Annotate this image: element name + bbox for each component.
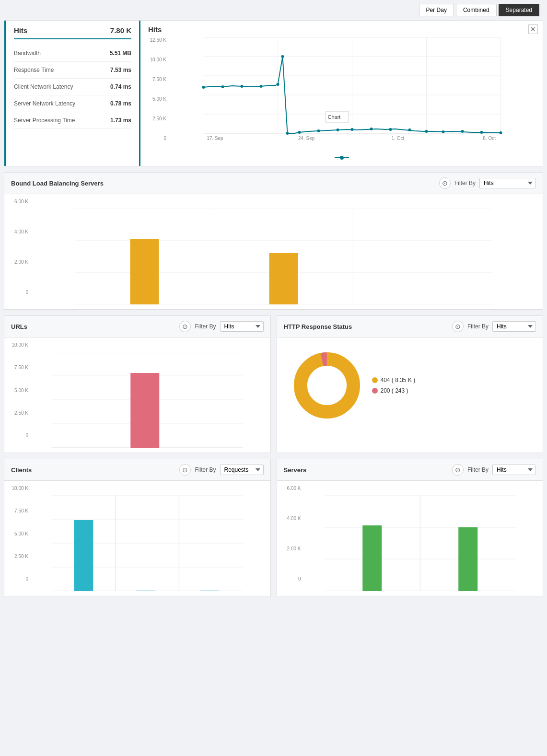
clients-header: Clients ⊙ Filter By Requests Hits Bandwi… [4, 459, 270, 481]
y-label-3: 7.50 K [148, 77, 166, 82]
urls-filter-select[interactable]: Hits Bandwidth [220, 321, 264, 332]
urls-y-4: 10.00 K [11, 342, 28, 348]
legend-item-hits [335, 157, 349, 158]
x-label-oct1: 1. Oct [352, 136, 444, 141]
line-legend [148, 154, 535, 161]
svg-point-20 [351, 128, 354, 131]
metric-row: Client Network Latency0.74 ms [14, 79, 131, 95]
clients-chart: 0 2.50 K 5.00 K 7.50 K 10.00 K [11, 486, 264, 591]
hits-chart-area: Hits ✕ 0 2.50 K 5.00 K 7.50 K 10.00 K 12… [140, 21, 543, 166]
urls-svg: --NA-- [31, 352, 264, 448]
clients-y-4: 10.00 K [11, 486, 28, 491]
donut-chart [293, 352, 361, 419]
y-label-2: 5.00 K [148, 96, 166, 102]
svg-point-26 [461, 130, 464, 133]
x-label-sep24: 24. Sep [261, 136, 352, 141]
urls-chart: 0 2.50 K 5.00 K 7.50 K 10.00 K [11, 342, 264, 448]
bound-lb-title: Bound Load Balancing Servers [11, 180, 104, 187]
servers-filter-select[interactable]: Hits Bandwidth [492, 465, 536, 475]
servers-chart: 0 2.00 K 4.00 K 6.00 K [284, 486, 536, 591]
clients-options-button[interactable]: ⊙ [179, 464, 191, 476]
bound-lb-options-button[interactable]: ⊙ [439, 177, 451, 189]
metric-value: 0.74 ms [110, 83, 131, 90]
svg-point-23 [408, 128, 411, 131]
metric-row: Server Processing Time1.73 ms [14, 112, 131, 129]
servers-body: 0 2.00 K 4.00 K 6.00 K [277, 481, 543, 596]
svg-point-25 [442, 130, 445, 133]
clients-filter-label: Filter By [195, 466, 216, 473]
http-controls: ⊙ Filter By Hits Bandwidth [452, 321, 536, 332]
clients-body: 0 2.50 K 5.00 K 7.50 K 10.00 K [4, 481, 270, 596]
svg-point-27 [480, 131, 483, 134]
close-button[interactable]: ✕ [528, 24, 538, 34]
svg-point-22 [389, 128, 392, 131]
combined-button[interactable]: Combined [456, 4, 497, 16]
y-label-4: 10.00 K [148, 57, 166, 62]
http-header: HTTP Response Status ⊙ Filter By Hits Ba… [277, 316, 543, 337]
urls-y-1: 2.50 K [11, 410, 28, 416]
urls-panel: URLs ⊙ Filter By Hits Bandwidth 0 2.50 K… [4, 315, 271, 453]
hits-sidebar: Hits 7.80 K Bandwidth5.51 MBResponse Tim… [6, 21, 140, 166]
hits-panel: Hits 7.80 K Bandwidth5.51 MBResponse Tim… [4, 20, 543, 166]
urls-filter-label: Filter By [195, 323, 216, 330]
metric-row: Bandwidth5.51 MB [14, 45, 131, 62]
bound-lb-svg: Lync_LB_Sec cs_to_lb CSTOLBTarget [31, 209, 536, 304]
metrics-list: Bandwidth5.51 MBResponse Time7.53 msClie… [14, 45, 131, 129]
metric-name: Server Network Latency [14, 100, 75, 107]
svg-rect-59 [74, 520, 93, 591]
svg-point-18 [317, 129, 320, 132]
urls-header: URLs ⊙ Filter By Hits Bandwidth [4, 316, 270, 337]
http-filter-label: Filter By [467, 323, 489, 330]
bound-y-3: 6.00 K [11, 199, 28, 204]
urls-y-2: 5.00 K [11, 388, 28, 393]
metric-value: 1.73 ms [110, 117, 131, 124]
bound-y-0: 0 [11, 290, 28, 295]
http-filter-select[interactable]: Hits Bandwidth [492, 321, 536, 332]
clients-y-0: 0 [11, 576, 28, 582]
bound-y-2: 4.00 K [11, 229, 28, 234]
svg-point-13 [260, 85, 263, 88]
bound-y-1: 2.00 K [11, 259, 28, 265]
metric-row: Response Time7.53 ms [14, 62, 131, 79]
hits-sidebar-title: Hits 7.80 K [14, 26, 131, 39]
metric-name: Bandwidth [14, 50, 41, 57]
servers-y-2: 4.00 K [284, 516, 301, 521]
main-content: Hits 7.80 K Bandwidth5.51 MBResponse Tim… [0, 20, 547, 606]
clients-filter-select[interactable]: Requests Hits Bandwidth [220, 465, 264, 475]
svg-point-12 [241, 85, 244, 88]
http-options-button[interactable]: ⊙ [452, 321, 464, 332]
bound-lb-controls: ⊙ Filter By Hits Bandwidth Response Time [439, 177, 536, 189]
urls-options-button[interactable]: ⊙ [179, 321, 191, 332]
svg-rect-71 [458, 527, 477, 591]
svg-point-10 [202, 86, 205, 89]
clients-servers-row: Clients ⊙ Filter By Requests Hits Bandwi… [4, 459, 543, 596]
legend-dot-404 [372, 377, 378, 383]
separated-button[interactable]: Separated [499, 4, 539, 16]
x-label-sep17: 17. Sep [169, 136, 261, 141]
bound-lb-header: Bound Load Balancing Servers ⊙ Filter By… [4, 173, 543, 194]
http-title: HTTP Response Status [284, 323, 352, 330]
donut-legend: 404 ( 8.35 K ) 200 ( 243 ) [372, 377, 416, 394]
servers-filter-label: Filter By [467, 466, 489, 473]
servers-controls: ⊙ Filter By Hits Bandwidth [452, 464, 536, 476]
svg-point-51 [307, 366, 347, 405]
bound-lb-body: 0 2.00 K 4.00 K 6.00 K [4, 194, 543, 309]
svg-rect-70 [362, 525, 382, 591]
per-day-button[interactable]: Per Day [419, 4, 454, 16]
hits-line-chart: Chart [169, 37, 535, 133]
http-response-panel: HTTP Response Status ⊙ Filter By Hits Ba… [277, 315, 544, 453]
svg-point-14 [277, 83, 279, 86]
svg-point-11 [221, 85, 224, 88]
svg-point-19 [337, 128, 339, 131]
bound-lb-filter-select[interactable]: Hits Bandwidth Response Time [479, 178, 536, 188]
svg-point-24 [425, 130, 428, 133]
metric-value: 7.53 ms [110, 67, 131, 73]
servers-options-button[interactable]: ⊙ [452, 464, 464, 476]
y-label-0: 0 [148, 136, 166, 141]
hits-label: Hits [14, 26, 27, 35]
http-body: 404 ( 8.35 K ) 200 ( 243 ) [277, 337, 543, 433]
metric-row: Server Network Latency0.78 ms [14, 95, 131, 112]
metric-name: Server Processing Time [14, 117, 75, 124]
svg-point-15 [281, 55, 284, 58]
svg-rect-60 [136, 591, 155, 591]
